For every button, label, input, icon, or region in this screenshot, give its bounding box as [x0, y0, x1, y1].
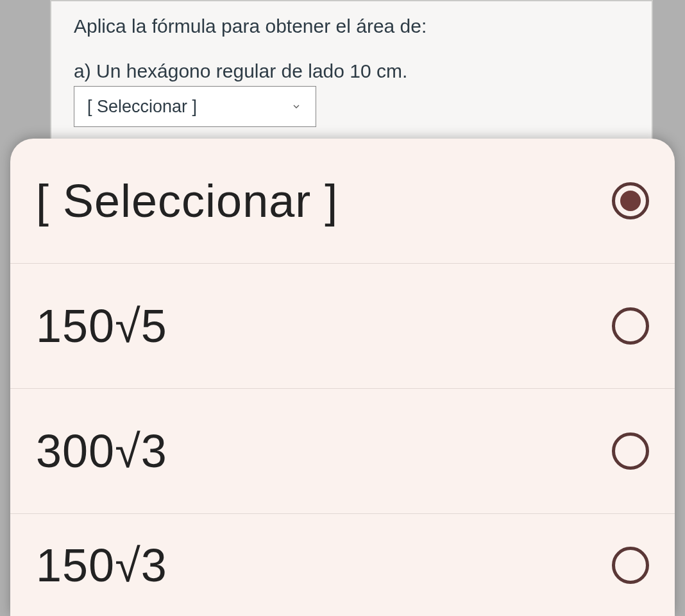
option-3[interactable]: 150√3 — [10, 514, 675, 616]
radio-selected-icon — [612, 182, 649, 219]
option-label: 150√3 — [36, 539, 167, 592]
option-label: 150√5 — [36, 300, 167, 352]
radio-unselected-icon — [612, 307, 649, 345]
modal-overlay[interactable]: [ Seleccionar ] 150√5 300√3 150√3 — [0, 0, 685, 616]
radio-unselected-icon — [612, 432, 649, 470]
option-label: 300√3 — [36, 425, 167, 477]
option-label: [ Seleccionar ] — [36, 175, 338, 227]
option-2[interactable]: 300√3 — [10, 389, 675, 514]
select-options-sheet: [ Seleccionar ] 150√5 300√3 150√3 — [10, 139, 675, 616]
option-placeholder[interactable]: [ Seleccionar ] — [10, 139, 675, 264]
option-1[interactable]: 150√5 — [10, 264, 675, 389]
page-background: Aplica la fórmula para obtener el área d… — [0, 0, 685, 616]
radio-unselected-icon — [612, 547, 649, 584]
